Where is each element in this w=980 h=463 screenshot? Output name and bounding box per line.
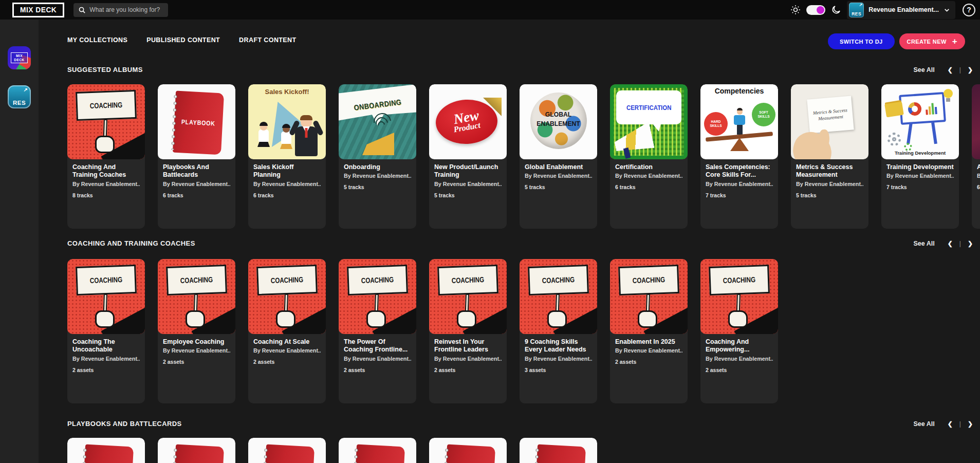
card-author: By Revenue Enablement... [615,347,682,354]
card-author: By Revenue Enablement... [525,173,592,179]
chevron-right-icon[interactable]: ❯ [968,420,973,428]
app-logo-text: MIX DECK [20,5,57,14]
album-card[interactable]: COACHING Reinvest In Your Frontline Lead… [429,259,507,403]
sidebar-mixdeck-app-icon[interactable]: MIX DECK [8,46,31,69]
album-card[interactable]: PLAYBOOK [67,438,145,463]
card-title: The Power Of Coaching Frontline... [344,338,411,354]
album-cover-playbook: PLAYBOOK [429,438,507,463]
tab-draft-content[interactable]: DRAFT CONTENT [239,36,296,44]
card-author: By Revenue Enablement... [344,173,411,179]
album-cover-new-product: New Product [429,84,507,159]
section-title: PLAYBOOKS AND BATTLECARDS [67,420,182,428]
album-card[interactable]: COACHING 9 Coaching Skills Every Leader … [520,259,597,403]
app-logo[interactable]: MIX DECK [12,3,64,17]
see-all-link[interactable]: See All [914,420,935,428]
album-card[interactable]: ONBOARDING Onboarding By Revenue Enablem… [339,84,416,229]
light-mode-sun-icon [790,5,801,15]
album-card[interactable]: Metrics & Success Measurement Metrics & … [791,84,868,229]
card-title: Sales Competencies: Core Skills For... [706,163,773,179]
album-card[interactable]: GLOBAL ENABLEMENT Global Enablement By R… [520,84,597,229]
certification-speech-bubble: CERTIFICATION [616,90,681,124]
album-card[interactable]: COACHING Coaching The Uncoachable By Rev… [67,259,145,403]
album-cover-onboarding: ONBOARDING [339,84,416,159]
help-button[interactable]: ? [963,4,975,16]
sidebar-res-app-icon[interactable]: ↗ RES [8,85,31,108]
album-cover-coaching: COACHING [610,259,688,334]
album-cover-playbook: PLAYBOOK [158,84,235,159]
card-info: Playbooks And Battlecards By Revenue Ena… [158,159,235,198]
album-card[interactable]: Training Development Training Developmen… [881,84,959,229]
donut-chart [908,102,922,116]
globe-caption: GLOBAL ENABLEMENT [520,110,597,128]
create-new-button[interactable]: CREATE NEW + [899,33,965,49]
card-title: 9 Coaching Skills Every Leader Needs [525,338,592,354]
card-title: Coaching And Empowering... [706,338,773,354]
tab-my-collections[interactable]: MY COLLECTIONS [67,36,127,44]
album-cover-coaching: COACHING [67,84,145,159]
album-card[interactable]: PLAYBOOK [339,438,416,463]
album-card[interactable]: Competencies HARD SKILLS SOFT SKILLS Sal… [700,84,778,229]
album-cover-playbook: PLAYBOOK [339,438,416,463]
chevron-left-icon[interactable]: ❮ [948,240,953,247]
card-author: By Revenue Enablement... [72,181,140,187]
lightbulb-illustration [944,89,953,98]
album-card[interactable]: CERTIFICATION Certification By Revenue E… [610,84,688,229]
card-author: By Revenue Enablement... [434,181,502,187]
album-cover-playbook: PLAYBOOK [158,438,235,463]
card-info: Coaching And Empowering... By Revenue En… [700,334,778,373]
album-card[interactable]: PLAYBOOK [520,438,597,463]
album-cover-playbook: PLAYBOOK [67,438,145,463]
card-info: Training Development By Revenue Enableme… [881,159,959,190]
album-card[interactable]: PLAYBOOK [158,438,235,463]
card-title: Training Development [886,163,954,171]
chevron-right-icon[interactable]: ❯ [968,240,973,247]
album-card[interactable]: PLAYBOOK [429,438,507,463]
album-card[interactable]: COACHING Enablement In 2025 By Revenue E… [610,259,688,403]
hard-skills-ball: HARD SKILLS [704,112,728,136]
card-track-count: 5 tracks [344,184,411,190]
res-external-arrow-icon: ↗ [24,87,28,92]
section-controls: See All ❮ | ❯ [914,240,973,247]
chevron-left-icon[interactable]: ❮ [948,66,953,73]
see-all-link[interactable]: See All [914,240,935,247]
account-menu[interactable]: ↗ RES Revenue Enablement... [847,1,955,19]
album-card-partially-visible[interactable]: A... By Revenue Enablement... 6 tracks [972,84,980,229]
card-info: New Product/Launch Training By Revenue E… [429,159,507,198]
card-asset-count: 2 assets [615,359,682,365]
album-card[interactable]: New Product New Product/Launch Training … [429,84,507,229]
chevron-divider: | [959,240,961,247]
album-card[interactable]: COACHING Coaching And Training Coaches B… [67,84,145,229]
create-new-label: CREATE NEW [907,39,947,45]
metrics-note-paper: Metrics & Success Measurement [807,96,854,133]
album-card[interactable]: PLAYBOOK [248,438,326,463]
album-card[interactable]: Sales Kickoff! Sales Kickoff Planning By… [248,84,326,229]
card-author: By Revenue Enablement... [706,181,773,187]
avatar-external-arrow-icon: ↗ [859,3,862,7]
training-whiteboard [899,92,946,125]
switch-to-dj-button[interactable]: SWITCH TO DJ [828,33,894,49]
chevron-divider: | [959,66,961,73]
search-input[interactable] [89,6,163,13]
new-product-sticker: New Product [435,98,498,145]
card-track-count: 8 tracks [72,192,140,198]
album-card[interactable]: COACHING Coaching And Empowering... By R… [700,259,778,403]
album-card[interactable]: COACHING Employee Coaching By Revenue En… [158,259,235,403]
album-card[interactable]: PLAYBOOK Playbooks And Battlecards By Re… [158,84,235,229]
tab-published-content[interactable]: PUBLISHED CONTENT [146,36,220,44]
playbook-spiral [170,93,178,150]
theme-toggle[interactable] [806,5,825,15]
card-author: By Revenue Enablement... [344,356,411,362]
card-author: By Revenue Enablement... [253,347,321,354]
chevron-left-icon[interactable]: ❮ [948,420,953,428]
bar-chart [925,101,937,115]
main-content: MY COLLECTIONS PUBLISHED CONTENT DRAFT C… [39,20,980,463]
album-card[interactable]: COACHING The Power Of Coaching Frontline… [339,259,416,403]
chevron-down-icon [944,7,950,13]
see-all-link[interactable]: See All [914,66,935,73]
card-info: Coaching At Scale By Revenue Enablement.… [248,334,326,365]
chevron-right-icon[interactable]: ❯ [968,66,973,73]
top-bar: MIX DECK ↗ RES Revenue Enablement... [0,0,980,20]
album-card[interactable]: COACHING Coaching At Scale By Revenue En… [248,259,326,403]
search-bar[interactable] [73,3,168,17]
search-icon [78,6,86,14]
